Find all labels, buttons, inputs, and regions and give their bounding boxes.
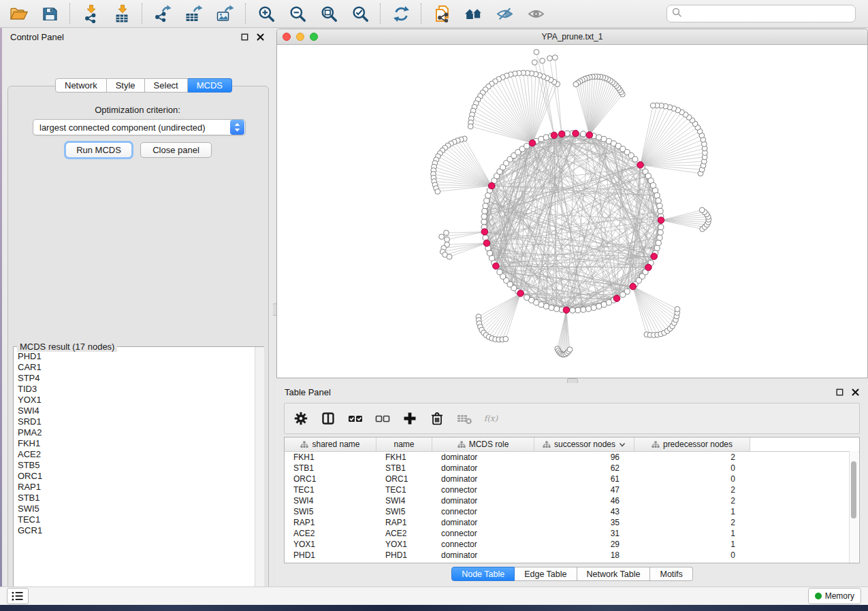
search-box[interactable]	[666, 5, 856, 22]
column-header-successor-nodes[interactable]: successor nodes	[534, 437, 634, 451]
cell-MCDS-role[interactable]: connector	[432, 540, 534, 549]
task-history-button[interactable]	[7, 588, 29, 604]
close-table-panel-icon[interactable]	[850, 387, 860, 397]
mcds-node-item[interactable]: TID3	[14, 384, 254, 395]
mcds-node-item[interactable]: PMA2	[14, 427, 254, 438]
cell-predecessor-nodes[interactable]: 0	[634, 463, 750, 473]
cell-shared-name[interactable]: YOX1	[285, 540, 376, 549]
cell-name[interactable]: TEC1	[376, 485, 432, 495]
table-row-FKH1[interactable]: FKH1FKH1dominator962	[285, 452, 859, 463]
mcds-node-item[interactable]: GCR1	[14, 525, 254, 536]
tab-mcds[interactable]: MCDS	[188, 78, 232, 93]
zoom-fit-icon[interactable]	[319, 3, 339, 24]
network-graph-canvas[interactable]	[277, 45, 867, 378]
column-header-MCDS-role[interactable]: MCDS role	[432, 437, 534, 451]
cell-name[interactable]: RAP1	[376, 518, 432, 527]
cell-predecessor-nodes[interactable]: 2	[634, 518, 750, 527]
run-mcds-button[interactable]: Run MCDS	[65, 142, 132, 158]
table-scrollbar-thumb[interactable]	[851, 461, 856, 518]
cell-name[interactable]: SWI4	[376, 496, 432, 506]
export-image-icon[interactable]	[215, 3, 236, 24]
cell-MCDS-role[interactable]: dominator	[432, 518, 534, 527]
cell-predecessor-nodes[interactable]: 2	[634, 452, 750, 462]
cell-name[interactable]: PHD1	[376, 550, 432, 560]
column-header-name[interactable]: name	[376, 437, 432, 451]
mcds-node-item[interactable]: STP4	[14, 373, 254, 384]
cell-name[interactable]: SWI5	[376, 507, 432, 516]
cell-successor-nodes[interactable]: 18	[534, 550, 634, 560]
first-neighbors-icon[interactable]	[463, 3, 483, 24]
tab-motifs[interactable]: Motifs	[650, 567, 692, 581]
mcds-node-item[interactable]: ACE2	[14, 449, 254, 460]
tab-network-table[interactable]: Network Table	[577, 567, 651, 581]
table-row-STB1[interactable]: STB1STB1dominator620	[285, 463, 859, 474]
table-row-ORC1[interactable]: ORC1ORC1dominator610	[285, 474, 859, 484]
clone-network-icon[interactable]	[432, 3, 452, 24]
mcds-node-item[interactable]: YOX1	[14, 395, 254, 406]
mcds-node-item[interactable]: ORC1	[14, 471, 254, 482]
cell-MCDS-role[interactable]: dominator	[432, 496, 534, 506]
mcds-list-scrollbar[interactable]	[255, 347, 264, 599]
mcds-node-item[interactable]: CAR1	[14, 362, 254, 373]
cell-successor-nodes[interactable]: 43	[534, 507, 634, 516]
cell-MCDS-role[interactable]: dominator	[432, 463, 534, 473]
column-header-shared-name[interactable]: shared name	[285, 437, 376, 451]
cell-MCDS-role[interactable]: connector	[432, 529, 534, 538]
cell-name[interactable]: STB1	[376, 463, 432, 473]
delete-row-icon[interactable]	[429, 410, 445, 427]
cell-name[interactable]: ORC1	[376, 474, 432, 484]
cell-MCDS-role[interactable]: connector	[432, 485, 534, 495]
float-panel-icon[interactable]	[240, 32, 249, 42]
search-input[interactable]	[686, 8, 850, 20]
table-row-PHD1[interactable]: PHD1PHD1dominator180	[285, 550, 859, 561]
tab-network[interactable]: Network	[55, 78, 107, 93]
network-window-titlebar[interactable]: YPA_prune.txt_1	[277, 29, 867, 45]
float-table-panel-icon[interactable]	[835, 387, 844, 397]
cell-shared-name[interactable]: PHD1	[285, 550, 376, 560]
memory-button[interactable]: Memory	[808, 588, 861, 604]
cell-predecessor-nodes[interactable]: 1	[634, 529, 750, 538]
cell-successor-nodes[interactable]: 47	[534, 485, 634, 495]
open-file-icon[interactable]	[8, 3, 29, 24]
cell-name[interactable]: ACE2	[376, 529, 432, 538]
cell-successor-nodes[interactable]: 29	[534, 540, 634, 549]
mcds-node-item[interactable]: STB5	[14, 460, 254, 471]
cell-predecessor-nodes[interactable]: 0	[634, 474, 750, 484]
mcds-node-item[interactable]: SRD1	[14, 416, 254, 427]
cell-predecessor-nodes[interactable]: 2	[634, 496, 750, 506]
cell-MCDS-role[interactable]: dominator	[432, 474, 534, 484]
cell-shared-name[interactable]: SWI4	[285, 496, 376, 506]
export-network-icon[interactable]	[152, 3, 173, 24]
tab-style[interactable]: Style	[107, 78, 145, 93]
cell-shared-name[interactable]: TEC1	[285, 485, 376, 495]
cell-name[interactable]: FKH1	[376, 452, 432, 462]
cell-shared-name[interactable]: ORC1	[285, 474, 376, 484]
close-panel-icon[interactable]	[255, 32, 265, 42]
cell-shared-name[interactable]: FKH1	[285, 452, 376, 462]
cell-successor-nodes[interactable]: 31	[534, 529, 634, 538]
table-row-YOX1[interactable]: YOX1YOX1connector291	[285, 539, 859, 550]
apply-layout-icon[interactable]	[391, 3, 411, 24]
zoom-out-icon[interactable]	[287, 3, 308, 24]
mcds-node-item[interactable]: TEC1	[14, 514, 254, 525]
cell-shared-name[interactable]: ACE2	[285, 529, 376, 538]
export-table-icon[interactable]	[184, 3, 204, 24]
cell-successor-nodes[interactable]: 35	[534, 518, 634, 527]
columns-icon[interactable]	[320, 410, 336, 427]
cell-shared-name[interactable]: STB1	[285, 463, 376, 473]
add-row-icon[interactable]	[402, 410, 418, 427]
table-scrollbar[interactable]	[849, 451, 858, 563]
table-row-SWI5[interactable]: SWI5SWI5connector431	[285, 506, 859, 517]
cell-MCDS-role[interactable]: connector	[432, 507, 534, 516]
tab-node-table[interactable]: Node Table	[451, 567, 515, 581]
cell-predecessor-nodes[interactable]: 1	[634, 507, 750, 516]
table-row-ACE2[interactable]: ACE2ACE2connector311	[285, 528, 859, 539]
cell-successor-nodes[interactable]: 96	[534, 452, 634, 462]
import-table-icon[interactable]	[112, 3, 132, 24]
select-all-icon[interactable]	[347, 410, 364, 427]
tab-edge-table[interactable]: Edge Table	[515, 567, 577, 581]
criterion-dropdown[interactable]: largest connected component (undirected)	[33, 119, 246, 135]
zoom-selected-icon[interactable]	[350, 3, 370, 24]
cell-MCDS-role[interactable]: dominator	[432, 452, 534, 462]
mcds-result-list[interactable]: PHD1CAR1STP4TID3YOX1SWI4SRD1PMA2FKH1ACE2…	[14, 351, 254, 599]
